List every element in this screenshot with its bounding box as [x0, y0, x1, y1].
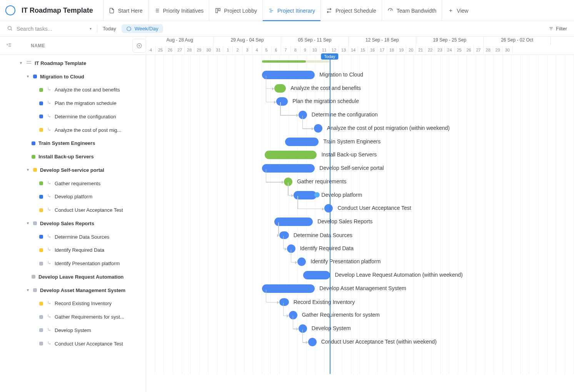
gantt-bar[interactable]: Conduct User Acceptance Test — [324, 204, 333, 213]
task-label: Determine Data Sources — [55, 234, 109, 240]
gantt-bar[interactable]: Develop Leave Request Automation (within… — [303, 271, 330, 279]
status-color-square — [39, 262, 43, 266]
gantt-bar-label: Analyze the cost of post migration (with… — [327, 125, 450, 131]
gantt-bar-label: Develop Asset Management System — [319, 285, 406, 291]
timeline-day: 14 — [349, 45, 358, 55]
gantt-bar[interactable]: Analyze the cost of post migration (with… — [314, 124, 322, 133]
task-row[interactable]: Conduct User Acceptance Test — [0, 337, 146, 350]
search-input[interactable] — [16, 25, 87, 32]
expand-caret-icon[interactable]: ▼ — [26, 75, 30, 78]
collapse-all-icon[interactable] — [6, 42, 12, 49]
gantt-bar-label: Gather Requirements for system — [302, 312, 380, 318]
task-row[interactable]: Gather Requirements for syst... — [0, 310, 146, 324]
task-row[interactable]: ▼Develop Asset Management System — [0, 284, 146, 297]
subtask-icon — [46, 327, 52, 334]
gantt-bar[interactable]: Conduct User Acceptance Test (within wee… — [308, 338, 317, 346]
task-row[interactable]: ▼Migration to Cloud — [0, 70, 146, 83]
timeline-day: 3 — [242, 45, 252, 55]
gantt-bar-label: Identify Presentation platform — [310, 258, 380, 264]
timeline-day: 23 — [435, 45, 445, 55]
status-color-square — [39, 302, 43, 306]
subtask-icon — [46, 86, 52, 93]
subtask-icon — [46, 193, 52, 200]
svg-rect-7 — [219, 8, 220, 11]
doc-icon — [109, 8, 115, 14]
timeline-day: 27 — [175, 45, 185, 55]
add-column-button[interactable] — [132, 39, 146, 53]
gantt-bar[interactable]: Identify Presentation platform — [297, 257, 306, 266]
progress-bar — [262, 60, 329, 63]
status-color-square — [33, 221, 37, 225]
task-label: Conduct User Acceptance Test — [55, 341, 123, 347]
task-label: Develop Sales Reports — [40, 221, 94, 226]
today-line — [330, 55, 330, 374]
subtask-icon — [46, 113, 52, 120]
tab-project-schedule[interactable]: Project Schedule — [320, 0, 382, 21]
gantt-bar[interactable]: Install Back-up Servers — [265, 151, 317, 159]
status-color-square — [39, 115, 43, 118]
gantt-bar-label: Record Existing Inventory — [294, 299, 355, 305]
svg-line-13 — [390, 10, 392, 11]
subtask-icon — [46, 180, 52, 187]
timeline-week: 26 Sep - 02 Oct — [484, 37, 551, 45]
gauge-icon — [387, 8, 394, 14]
task-row[interactable]: Plan the migration schedule — [0, 96, 146, 110]
task-row[interactable]: Develop Leave Request Automation — [0, 270, 146, 284]
tab-start-here[interactable]: Start Here — [103, 0, 148, 21]
task-row[interactable]: Conduct User Acceptance Test — [0, 203, 146, 217]
task-row[interactable]: Develop System — [0, 324, 146, 337]
gantt-bar-label: Develop platform — [321, 192, 362, 198]
gantt-bar-label: Conduct User Acceptance Test — [337, 205, 411, 211]
subtask-icon — [46, 314, 52, 320]
expand-caret-icon[interactable]: ▼ — [26, 168, 30, 172]
timeline-day: 29 — [194, 45, 204, 55]
tab-view[interactable]: View — [442, 0, 474, 21]
gantt-bar[interactable]: Record Existing Inventory — [279, 298, 289, 306]
task-row[interactable]: Analyze the cost of post mig... — [0, 123, 146, 137]
tab-team-bandwidth[interactable]: Team Bandwidth — [382, 0, 442, 21]
gantt-bar[interactable]: Develop Sales Reports — [274, 218, 313, 226]
gantt-bar[interactable]: Migration to Cloud — [262, 71, 315, 79]
chevron-down-icon[interactable]: ▾ — [90, 27, 92, 31]
task-row[interactable]: Gather requirements — [0, 177, 146, 190]
tab-project-itinerary[interactable]: Project Itinerary — [262, 0, 320, 21]
task-row[interactable]: Determine Data Sources — [0, 230, 146, 244]
gantt-bar-label: Migration to Cloud — [319, 71, 363, 78]
gantt-bar[interactable]: Develop Self-service portal — [262, 164, 315, 173]
list-icon — [154, 8, 160, 14]
task-row[interactable]: Train System Engineers — [0, 137, 146, 150]
tab-project-lobby[interactable]: Project Lobby — [209, 0, 262, 21]
timeline-day: 16 — [368, 45, 377, 55]
gantt-bar[interactable]: Train System Engineers — [285, 138, 319, 146]
gantt-bar[interactable]: Determine Data Sources — [279, 231, 289, 239]
task-row[interactable]: Identify Presentation platform — [0, 257, 146, 270]
expand-caret-icon[interactable]: ▼ — [19, 61, 23, 65]
expand-caret-icon[interactable]: ▼ — [26, 221, 30, 225]
filter-button[interactable]: Filter — [549, 26, 567, 32]
expand-caret-icon[interactable]: ▼ — [26, 288, 30, 292]
tab-priority-initiatives[interactable]: Priority Initiatives — [148, 0, 209, 21]
task-row[interactable]: ▼Develop Sales Reports — [0, 217, 146, 230]
gantt-icon — [268, 8, 274, 14]
gantt-bar-label: Gather requirements — [297, 178, 346, 184]
top-tab-bar: IT Roadmap Template Start HerePriority I… — [0, 0, 574, 21]
weekday-toggle[interactable]: Week/Day — [122, 24, 163, 33]
status-color-square — [39, 88, 43, 92]
gantt-bar-label: Develop Sales Reports — [317, 218, 372, 224]
subtask-icon — [46, 127, 52, 133]
task-row[interactable]: Identify Required Data — [0, 244, 146, 257]
today-button[interactable]: Today — [103, 26, 116, 32]
timeline-week: 12 Sep - 18 Sep — [349, 37, 416, 45]
task-row[interactable]: ▼IT Roadmap Template — [0, 56, 146, 70]
svg-rect-6 — [216, 8, 217, 13]
task-row[interactable]: Install Back-up Servers — [0, 150, 146, 163]
task-row[interactable]: ▼Develop Self-service portal — [0, 163, 146, 177]
status-color-square — [39, 195, 43, 199]
task-row[interactable]: Develop platform — [0, 190, 146, 204]
gantt-bar[interactable]: Plan the migration schedule — [276, 97, 288, 106]
task-row[interactable]: Analyze the cost and benefits — [0, 83, 146, 97]
gantt-bar[interactable]: Develop Asset Management System — [262, 284, 315, 293]
task-row[interactable]: Record Existing Inventory — [0, 297, 146, 311]
gantt-bar[interactable]: Analyze the cost and benefits — [274, 84, 286, 93]
task-row[interactable]: Determine the configuration — [0, 110, 146, 123]
